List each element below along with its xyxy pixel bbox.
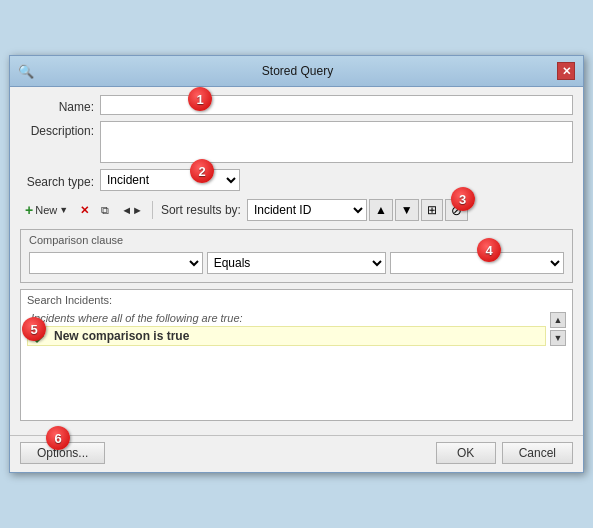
copy-icon: ⧉: [101, 204, 109, 217]
scroll-up-button[interactable]: ▲: [550, 312, 566, 328]
description-label: Description:: [20, 121, 100, 138]
link-button[interactable]: ⊘: [445, 199, 468, 221]
comparison-group: Comparison clause Equals 4: [20, 229, 573, 283]
sort-label: Sort results by:: [161, 203, 241, 217]
new-label: New: [35, 204, 57, 216]
search-icon-area: 🔍: [18, 64, 38, 79]
copy-button[interactable]: ⧉: [96, 201, 114, 220]
search-type-row: Search type: Incident 2: [20, 169, 573, 191]
search-type-select[interactable]: Incident: [100, 169, 240, 191]
close-button[interactable]: ✕: [557, 62, 575, 80]
delete-icon: ✕: [80, 204, 89, 217]
nav-first-icon: ◄►: [121, 204, 143, 216]
comparison-row: Equals 4: [29, 252, 564, 274]
sort-desc-button[interactable]: ▼: [395, 199, 419, 221]
plus-icon: +: [25, 202, 33, 218]
name-input[interactable]: [100, 95, 573, 115]
name-label: Name:: [20, 97, 100, 114]
comparison-legend: Comparison clause: [29, 234, 564, 246]
search-icon: 🔍: [18, 64, 34, 79]
name-row: Name: 1: [20, 95, 573, 115]
title-bar: 🔍 Stored Query ✕: [10, 56, 583, 87]
dialog-body: Name: 1 Description: Search type: Incide…: [10, 87, 583, 435]
toolbar: + New ▼ ✕ ⧉ ◄► Sort results by: Incident…: [20, 197, 573, 223]
cancel-button[interactable]: Cancel: [502, 442, 573, 464]
result-item: 5 New comparison is true: [27, 326, 546, 346]
dialog-title: Stored Query: [38, 64, 557, 78]
search-incidents-group: Search Incidents: Incidents where all of…: [20, 289, 573, 421]
stored-query-dialog: 🔍 Stored Query ✕ Name: 1 Description: Se…: [9, 55, 584, 473]
options-button[interactable]: Options...: [20, 442, 105, 464]
comparison-operator-select[interactable]: Equals: [207, 252, 387, 274]
new-dropdown-arrow: ▼: [59, 205, 68, 215]
new-button[interactable]: + New ▼: [20, 199, 73, 221]
comparison-value-select[interactable]: [390, 252, 564, 274]
ok-button[interactable]: OK: [436, 442, 496, 464]
search-results-area: Incidents where all of the following are…: [27, 310, 546, 416]
description-row: Description:: [20, 121, 573, 163]
dialog-footer: Options... 6 OK Cancel: [10, 435, 583, 472]
result-item-text: New comparison is true: [54, 329, 189, 343]
results-empty-space: [27, 346, 546, 416]
toolbar-separator: [152, 201, 153, 219]
nav-first-button[interactable]: ◄►: [116, 201, 148, 219]
result-header: Incidents where all of the following are…: [27, 310, 546, 326]
scroll-bar: ▲ ▼: [550, 310, 566, 416]
footer-right: OK Cancel: [436, 442, 573, 464]
search-type-label: Search type:: [20, 172, 100, 189]
scroll-down-button[interactable]: ▼: [550, 330, 566, 346]
grid-button[interactable]: ⊞: [421, 199, 443, 221]
delete-button[interactable]: ✕: [75, 201, 94, 220]
search-results-wrapper: Incidents where all of the following are…: [27, 310, 566, 416]
sort-select[interactable]: Incident ID: [247, 199, 367, 221]
comparison-field-select[interactable]: [29, 252, 203, 274]
sort-asc-button[interactable]: ▲: [369, 199, 393, 221]
search-incidents-label: Search Incidents:: [27, 294, 566, 306]
description-input[interactable]: [100, 121, 573, 163]
result-diamond-icon: [30, 329, 44, 343]
